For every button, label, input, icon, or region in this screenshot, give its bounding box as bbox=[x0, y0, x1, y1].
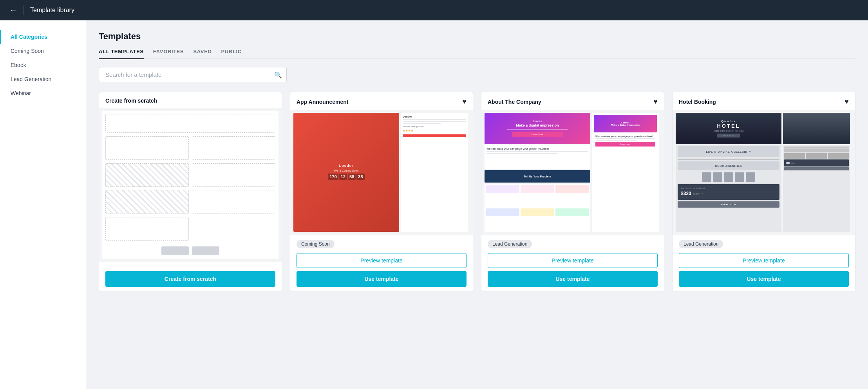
about-preview-main: Louder Make a digital impression Learn m… bbox=[485, 113, 590, 232]
tabs-bar: ALL TEMPLATES FAVORITES SAVED PUBLIC bbox=[99, 49, 855, 59]
countdown-hours: 12 bbox=[339, 174, 347, 180]
hotel-body: LIVE IT UP LIKE A CELEBRITY ROOM AMENITI… bbox=[676, 144, 781, 232]
wireframe-mini-btn-1 bbox=[161, 246, 189, 255]
sidebar-item-webinar[interactable]: Webinar bbox=[0, 86, 86, 100]
wireframe-mini-btn-2 bbox=[192, 246, 219, 255]
search-input[interactable] bbox=[99, 67, 287, 82]
sidebar-item-lead-generation[interactable]: Lead Generation bbox=[0, 72, 86, 86]
card-title-app: App Announcement bbox=[297, 99, 348, 105]
template-card-hotel-booking: Hotel Booking ♥ Quoter HOTEL Right at th… bbox=[672, 92, 855, 292]
main-layout: All Categories Coming Soon Ebook Lead Ge… bbox=[0, 20, 868, 389]
hotel-thumb-preview: $320 /NIGHT bbox=[783, 113, 850, 232]
countdown-secs: 35 bbox=[356, 174, 364, 180]
thumb-logo: Louder bbox=[403, 115, 466, 118]
wireframe-block-7 bbox=[192, 190, 275, 213]
wireframe-block-3 bbox=[192, 136, 275, 160]
about-preview-thumb: LouderMake a digital impression We can m… bbox=[592, 113, 659, 232]
card-header-app: App Announcement ♥ bbox=[290, 92, 473, 110]
category-badge-about: Lead Generation bbox=[488, 240, 532, 248]
hotel-tagline: Right at the heart of the town bbox=[713, 130, 743, 132]
wireframe-btn-row bbox=[105, 244, 275, 255]
card-title-about: About The Company bbox=[488, 99, 541, 105]
template-card-app-announcement: App Announcement ♥ Louder We're Coming S… bbox=[290, 92, 473, 292]
hotel-icons-row bbox=[678, 172, 779, 183]
preview-template-button-about[interactable]: Preview template bbox=[488, 253, 658, 268]
hotel-icon-1 bbox=[702, 172, 711, 182]
favorite-button-about[interactable]: ♥ bbox=[653, 98, 658, 106]
hotel-icon-4 bbox=[735, 172, 744, 182]
tab-saved[interactable]: SAVED bbox=[193, 49, 212, 59]
wireframe-block-6 bbox=[105, 190, 189, 213]
card-header-hotel: Hotel Booking ♥ bbox=[673, 92, 855, 110]
app-title: Template library bbox=[30, 7, 74, 14]
card-preview-scratch bbox=[99, 108, 282, 262]
use-template-button-about[interactable]: Use template bbox=[488, 271, 658, 287]
hotel-thumb-hero bbox=[783, 113, 850, 144]
card-header-about: About The Company ♥ bbox=[481, 92, 664, 110]
countdown-boxes: 170 12 58 35 bbox=[328, 174, 364, 180]
preview-template-button-hotel[interactable]: Preview template bbox=[679, 253, 849, 268]
favorite-button-app[interactable]: ♥ bbox=[462, 98, 467, 106]
about-section-1: We can make your campaign your growth ma… bbox=[485, 145, 590, 169]
about-hero: Louder Make a digital impression Learn m… bbox=[485, 113, 590, 144]
scratch-wireframe bbox=[102, 111, 278, 259]
tab-favorites[interactable]: FAVORITES bbox=[153, 49, 184, 59]
app-preview-main: Louder We're Coming Soon 170 12 58 35 bbox=[293, 113, 399, 232]
main-content: Templates ALL TEMPLATES FAVORITES SAVED … bbox=[86, 20, 868, 389]
thumb-line-1 bbox=[403, 119, 466, 120]
sidebar-item-coming-soon[interactable]: Coming Soon bbox=[0, 44, 86, 58]
sidebar-item-ebook[interactable]: Ebook bbox=[0, 58, 86, 72]
hotel-gray-section-2: ROOM AMENITIES bbox=[678, 161, 779, 170]
template-card-about-company: About The Company ♥ Louder Make a digita… bbox=[481, 92, 664, 292]
create-from-scratch-button[interactable]: Create from scratch bbox=[105, 271, 275, 287]
wireframe-block-2 bbox=[105, 136, 189, 160]
wireframe-block-8 bbox=[105, 217, 189, 241]
tab-public[interactable]: PUBLIC bbox=[221, 49, 242, 59]
thumb-line-3 bbox=[403, 123, 441, 124]
nav-divider bbox=[24, 5, 24, 15]
about-hero-text: Make a digital impression bbox=[516, 123, 559, 127]
sidebar: All Categories Coming Soon Ebook Lead Ge… bbox=[0, 20, 86, 389]
category-badge-app: Coming Soon bbox=[297, 240, 335, 248]
about-thumb-hero: LouderMake a digital impression bbox=[594, 115, 657, 132]
hotel-icon-3 bbox=[724, 172, 733, 182]
thumb-stars: ★ ★ ★ ★ bbox=[403, 129, 466, 132]
card-footer-hotel: Lead Generation Preview template Use tem… bbox=[673, 235, 855, 291]
sidebar-item-all-categories[interactable]: All Categories bbox=[0, 30, 86, 44]
card-title-hotel: Hotel Booking bbox=[679, 99, 716, 105]
hotel-price: $320 bbox=[681, 191, 691, 196]
wireframe-block-1 bbox=[105, 114, 275, 133]
search-wrapper: 🔍 bbox=[99, 67, 287, 82]
no-badge-spacer bbox=[105, 266, 275, 271]
tab-all-templates[interactable]: ALL TEMPLATES bbox=[99, 49, 144, 59]
thumb-cta-btn bbox=[403, 134, 466, 137]
app-coming-text: We're Coming Soon bbox=[334, 169, 358, 172]
use-template-button-hotel[interactable]: Use template bbox=[679, 271, 849, 287]
hotel-icon-5 bbox=[746, 172, 755, 182]
card-header-scratch: Create from scratch bbox=[99, 92, 282, 108]
hotel-hero: Quoter HOTEL Right at the heart of the t… bbox=[676, 113, 781, 144]
about-dark-section: Tell Us Your Problem bbox=[485, 170, 590, 183]
preview-template-button-app[interactable]: Preview template bbox=[297, 253, 467, 268]
card-preview-hotel: Quoter HOTEL Right at the heart of the t… bbox=[673, 110, 855, 235]
app-logo-text: Louder bbox=[339, 164, 354, 168]
card-footer-about: Lead Generation Preview template Use tem… bbox=[481, 235, 664, 291]
hotel-logo: Quoter bbox=[721, 119, 736, 123]
about-logo: Louder bbox=[533, 120, 542, 123]
page-title: Templates bbox=[99, 31, 855, 42]
use-template-button-app[interactable]: Use template bbox=[297, 271, 467, 287]
thumb-coming-text: We're Coming Soon bbox=[403, 125, 466, 128]
about-icons-grid bbox=[485, 184, 590, 232]
template-grid: Create from scratch bbox=[99, 92, 855, 292]
card-preview-app: Louder We're Coming Soon 170 12 58 35 Lo… bbox=[290, 110, 473, 235]
card-title-scratch: Create from scratch bbox=[105, 98, 157, 104]
hotel-name: HOTEL bbox=[717, 123, 740, 129]
hotel-thumb-body: $320 /NIGHT bbox=[783, 145, 850, 232]
hotel-cta: BOOK NOW bbox=[678, 201, 779, 208]
hotel-icon-2 bbox=[713, 172, 722, 182]
hotel-pricing-section: A-CLASS · SUPERIOR $320 / NIGHT bbox=[678, 184, 779, 200]
countdown-days: 170 bbox=[328, 174, 338, 180]
favorite-button-hotel[interactable]: ♥ bbox=[844, 98, 849, 106]
back-button[interactable]: ← bbox=[9, 6, 17, 15]
countdown-mins: 58 bbox=[348, 174, 356, 180]
